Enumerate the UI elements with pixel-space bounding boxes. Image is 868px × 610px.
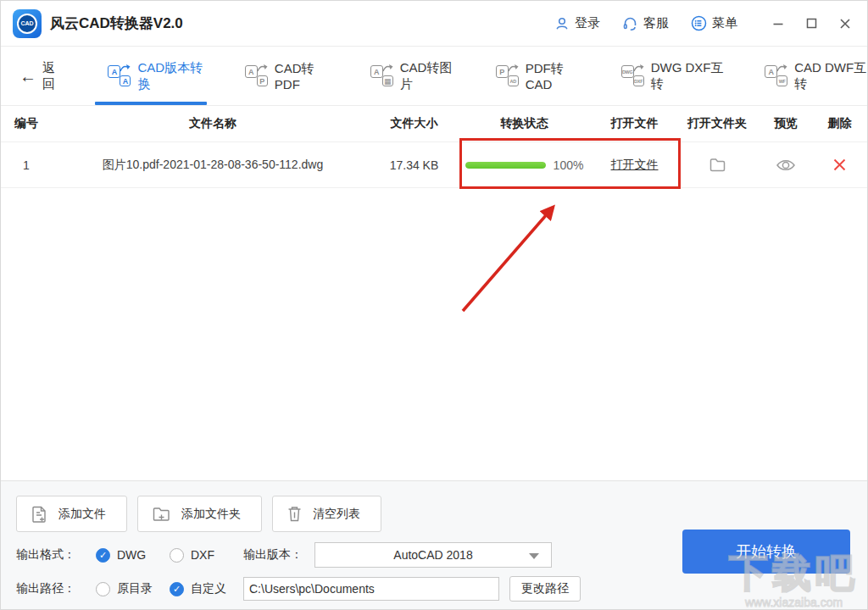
tab-label: CAD转PDF bbox=[275, 61, 330, 92]
delete-x-icon bbox=[832, 158, 847, 172]
title-left: CAD 风云CAD转换器V2.0 bbox=[13, 9, 183, 38]
back-button[interactable]: ← 返回 bbox=[19, 60, 64, 92]
caret-down-icon bbox=[529, 553, 539, 559]
curve-arrow-icon bbox=[633, 64, 644, 72]
service-label: 客服 bbox=[643, 15, 669, 31]
app-logo-text: CAD bbox=[20, 20, 33, 26]
version-value: AutoCAD 2018 bbox=[393, 548, 472, 562]
header-index: 编号 bbox=[1, 116, 52, 131]
window-controls bbox=[771, 17, 852, 30]
radio-checked-icon bbox=[96, 548, 110, 563]
tab-label: DWG DXF互转 bbox=[651, 60, 725, 92]
format-dxf-radio[interactable]: DXF bbox=[170, 548, 243, 563]
folder-icon bbox=[709, 157, 726, 173]
title-right: 登录 客服 菜单 bbox=[554, 15, 852, 31]
add-folder-icon bbox=[152, 506, 171, 523]
path-custom-radio[interactable]: 自定义 bbox=[170, 581, 243, 596]
cad-to-pdf-icon: A P bbox=[245, 65, 268, 86]
curve-arrow-icon bbox=[508, 64, 519, 72]
row-filename: 图片10.pdf-2021-01-28-08-36-50-112.dwg bbox=[52, 158, 374, 173]
header-delete: 删除 bbox=[812, 116, 867, 131]
output-path-row: 输出路径： 原目录 自定义 更改路径 bbox=[16, 576, 581, 602]
row-preview bbox=[760, 158, 812, 173]
title-bar: CAD 风云CAD转换器V2.0 登录 客服 bbox=[1, 1, 867, 47]
tab-cad-dwf-convert[interactable]: A WF CAD DWF互转 bbox=[765, 47, 867, 105]
row-index: 1 bbox=[1, 158, 52, 172]
eye-icon bbox=[776, 158, 796, 173]
add-folder-button[interactable]: 添加文件夹 bbox=[137, 496, 262, 532]
user-icon bbox=[554, 16, 570, 31]
tab-label: CAD转图片 bbox=[400, 60, 455, 92]
dwg-dxf-convert-icon: DWG DXF bbox=[621, 65, 644, 86]
back-label: 返回 bbox=[42, 60, 64, 92]
toolbar-buttons: 添加文件 添加文件夹 清空列表 bbox=[16, 496, 381, 532]
delete-button[interactable] bbox=[832, 158, 847, 172]
add-folder-label: 添加文件夹 bbox=[181, 507, 241, 522]
output-path-label: 输出路径： bbox=[16, 581, 96, 596]
open-folder-button[interactable] bbox=[709, 157, 726, 173]
minimize-icon bbox=[771, 17, 785, 30]
row-status: 100% bbox=[454, 158, 594, 172]
tab-cad-to-pdf[interactable]: A P CAD转PDF bbox=[245, 47, 330, 105]
header-open-file: 打开文件 bbox=[594, 116, 675, 131]
cad-to-image-icon: A ▦ bbox=[370, 65, 393, 86]
headset-icon bbox=[622, 16, 638, 31]
header-filename: 文件名称 bbox=[52, 116, 374, 131]
table-row: 1 图片10.pdf-2021-01-28-08-36-50-112.dwg 1… bbox=[1, 142, 867, 188]
add-file-label: 添加文件 bbox=[58, 507, 106, 522]
tab-dwg-dxf-convert[interactable]: DWG DXF DWG DXF互转 bbox=[621, 47, 725, 105]
row-filesize: 17.34 KB bbox=[374, 158, 454, 172]
footer-panel: 添加文件 添加文件夹 清空列表 输出格式： bbox=[1, 480, 867, 609]
progress-bar bbox=[465, 162, 546, 169]
minimize-button[interactable] bbox=[771, 17, 785, 30]
output-format-label: 输出格式： bbox=[16, 547, 96, 563]
progress-fill bbox=[465, 162, 546, 169]
maximize-icon bbox=[805, 17, 818, 30]
app-window: CAD 风云CAD转换器V2.0 登录 客服 bbox=[0, 0, 868, 610]
curve-arrow-icon bbox=[257, 64, 268, 72]
radio-unchecked-icon bbox=[170, 548, 184, 563]
format-dwg-radio[interactable]: DWG bbox=[96, 548, 170, 563]
start-convert-button[interactable]: 开始转换 bbox=[682, 530, 850, 574]
clear-list-button[interactable]: 清空列表 bbox=[272, 496, 381, 532]
header-open-folder: 打开文件夹 bbox=[675, 116, 760, 131]
open-file-link[interactable]: 打开文件 bbox=[611, 158, 659, 173]
path-original-radio[interactable]: 原目录 bbox=[96, 581, 170, 596]
tab-cad-version-convert[interactable]: A A CAD版本转换 bbox=[108, 47, 203, 105]
header-status: 转换状态 bbox=[454, 116, 594, 131]
maximize-button[interactable] bbox=[805, 17, 818, 30]
version-select[interactable]: AutoCAD 2018 bbox=[314, 542, 552, 568]
preview-button[interactable] bbox=[776, 158, 796, 173]
back-arrow-icon: ← bbox=[19, 68, 36, 85]
header-filesize: 文件大小 bbox=[374, 116, 454, 131]
app-title: 风云CAD转换器V2.0 bbox=[50, 14, 183, 33]
add-file-button[interactable]: 添加文件 bbox=[16, 496, 127, 532]
cad-dwf-convert-icon: A WF bbox=[765, 65, 787, 86]
row-open-folder bbox=[675, 157, 760, 173]
cad-version-convert-icon: A A bbox=[108, 65, 131, 86]
progress-percent: 100% bbox=[554, 158, 584, 172]
menu-label: 菜单 bbox=[712, 15, 737, 31]
tab-bar: ← 返回 A A CAD版本转换 A P CAD转PDF bbox=[1, 47, 867, 106]
tab-cad-to-image[interactable]: A ▦ CAD转图片 bbox=[370, 47, 455, 105]
progress-wrap: 100% bbox=[465, 158, 584, 172]
clear-list-label: 清空列表 bbox=[313, 507, 360, 522]
close-button[interactable] bbox=[838, 17, 852, 30]
table-header: 编号 文件名称 文件大小 转换状态 打开文件 打开文件夹 预览 删除 bbox=[1, 106, 867, 142]
change-path-button[interactable]: 更改路径 bbox=[509, 576, 581, 602]
tab-label: PDF转CAD bbox=[526, 61, 581, 92]
file-list: 编号 文件名称 文件大小 转换状态 打开文件 打开文件夹 预览 删除 1 图片1… bbox=[1, 106, 867, 480]
close-icon bbox=[838, 17, 852, 30]
menu-icon bbox=[691, 15, 707, 31]
menu-button[interactable]: 菜单 bbox=[691, 15, 737, 31]
login-button[interactable]: 登录 bbox=[554, 15, 600, 31]
tab-label: CAD版本转换 bbox=[137, 60, 203, 92]
service-button[interactable]: 客服 bbox=[622, 15, 669, 31]
tab-label: CAD DWF互转 bbox=[794, 60, 867, 92]
output-path-input[interactable] bbox=[243, 577, 499, 601]
curve-arrow-icon bbox=[120, 64, 131, 72]
row-open-file: 打开文件 bbox=[594, 158, 675, 173]
login-label: 登录 bbox=[575, 15, 600, 31]
tab-pdf-to-cad[interactable]: P AD PDF转CAD bbox=[496, 47, 581, 105]
add-file-icon bbox=[31, 505, 48, 524]
